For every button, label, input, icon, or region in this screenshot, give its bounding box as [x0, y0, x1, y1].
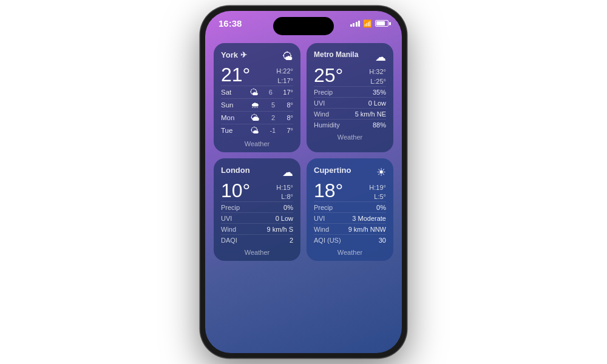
- york-forecast: Sat 🌤 6 17° Sun 🌧 5 8° Mon 🌥 2: [221, 86, 293, 136]
- cupertino-weather-icon: ☀: [376, 166, 386, 179]
- status-time: 16:38: [219, 18, 242, 29]
- york-city: York ✈: [221, 50, 247, 59]
- york-temp: 21°: [221, 64, 250, 86]
- phone-screen: 16:38 📶 York ✈ 🌤: [205, 11, 402, 353]
- london-precip: Precip 0%: [221, 201, 293, 212]
- london-weather-icon: ☁: [282, 166, 293, 179]
- london-uvi: UVI 0 Low: [221, 212, 293, 223]
- london-wind: Wind 9 km/h S: [221, 223, 293, 234]
- battery-icon: [375, 20, 388, 27]
- york-weather-icon: 🌤: [282, 50, 293, 63]
- london-hl: H:15° L:8°: [276, 183, 293, 202]
- manila-wind: Wind 5 km/h NE: [314, 108, 386, 119]
- phone-frame: 16:38 📶 York ✈ 🌤: [200, 6, 407, 358]
- york-forecast-mon: Mon 🌥 2 8°: [221, 111, 293, 124]
- cupertino-aqi: AQI (US) 30: [314, 234, 386, 245]
- york-widget[interactable]: York ✈ 🌤 21° H:22° L:17° Sat 🌤 6 17°: [214, 43, 300, 152]
- manila-precip: Precip 35%: [314, 86, 386, 97]
- london-daqi: DAQI 2: [221, 234, 293, 245]
- york-hl: H:22° L:17°: [276, 67, 293, 86]
- cupertino-widget[interactable]: Cupertino ☀ 18° H:19° L:5° Precip 0%: [307, 158, 393, 261]
- york-forecast-sat: Sat 🌤 6 17°: [221, 86, 293, 98]
- manila-humidity: Humidity 88%: [314, 119, 386, 130]
- york-header: York ✈ 🌤: [221, 50, 293, 63]
- manila-weather-icon: ☁: [375, 50, 386, 64]
- manila-details: Precip 35% UVI 0 Low Wind 5 km/h NE Humi…: [314, 86, 386, 130]
- manila-hl: H:32° L:25°: [369, 67, 386, 86]
- cupertino-hl: H:19° L:5°: [369, 183, 386, 202]
- london-city: London: [221, 166, 250, 175]
- cupertino-temp-row: 18° H:19° L:5°: [314, 180, 386, 201]
- cupertino-wind: Wind 9 km/h NNW: [314, 223, 386, 234]
- signal-icon: [350, 21, 361, 27]
- york-temp-row: 21° H:22° L:17°: [221, 64, 293, 86]
- manila-temp-row: 25° H:32° L:25°: [314, 65, 386, 86]
- london-details: Precip 0% UVI 0 Low Wind 9 km/h S DAQI 2: [221, 201, 293, 245]
- manila-footer: Weather: [314, 133, 386, 141]
- london-temp-row: 10° H:15° L:8°: [221, 180, 293, 201]
- cupertino-temp: 18°: [314, 180, 343, 201]
- york-footer: Weather: [221, 140, 293, 147]
- cupertino-uvi: UVI 3 Moderate: [314, 212, 386, 223]
- cupertino-header: Cupertino ☀: [314, 166, 386, 179]
- manila-header: Metro Manila ☁: [314, 50, 386, 64]
- london-temp: 10°: [221, 180, 250, 201]
- cupertino-footer: Weather: [314, 249, 386, 256]
- widgets-grid: York ✈ 🌤 21° H:22° L:17° Sat 🌤 6 17°: [205, 37, 402, 267]
- york-forecast-sun: Sun 🌧 5 8°: [221, 98, 293, 111]
- cupertino-precip: Precip 0%: [314, 201, 386, 212]
- london-header: London ☁: [221, 166, 293, 179]
- status-icons: 📶: [350, 19, 389, 28]
- london-widget[interactable]: London ☁ 10° H:15° L:8° Precip 0%: [214, 158, 300, 261]
- york-forecast-tue: Tue 🌤 -1 7°: [221, 124, 293, 136]
- cupertino-city: Cupertino: [314, 166, 351, 175]
- manila-widget[interactable]: Metro Manila ☁ 25° H:32° L:25° Precip 35…: [307, 43, 393, 152]
- wifi-icon: 📶: [363, 19, 372, 28]
- dynamic-island: [273, 17, 334, 35]
- manila-temp: 25°: [314, 65, 343, 86]
- manila-uvi: UVI 0 Low: [314, 97, 386, 108]
- london-footer: Weather: [221, 249, 293, 256]
- cupertino-details: Precip 0% UVI 3 Moderate Wind 9 km/h NNW…: [314, 201, 386, 245]
- manila-city: Metro Manila: [314, 50, 358, 59]
